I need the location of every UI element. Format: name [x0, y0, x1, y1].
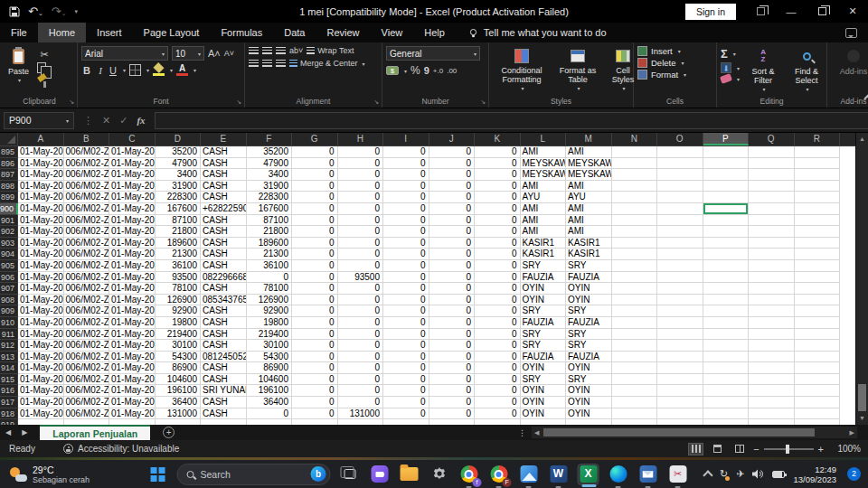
- undo-dropdown-icon[interactable]: ⌄: [38, 10, 43, 16]
- cell-C918[interactable]: 01-May-20: [109, 408, 156, 420]
- tab-bar-splitter-icon[interactable]: ⋮: [513, 428, 532, 437]
- cell-A917[interactable]: 01-May-20: [18, 397, 64, 408]
- menu-tab-view[interactable]: View: [371, 23, 414, 42]
- comma-style-icon[interactable]: 9: [424, 65, 429, 76]
- cell-I896[interactable]: 0: [383, 158, 429, 170]
- format-cells-button[interactable]: Format: [651, 70, 678, 80]
- notification-badge[interactable]: 2: [847, 467, 861, 481]
- cell-J901[interactable]: 0: [429, 215, 476, 227]
- cell-O901[interactable]: [657, 215, 703, 227]
- cell-L908[interactable]: OYIN: [521, 295, 567, 306]
- cell-Q900[interactable]: [749, 203, 795, 215]
- scroll-up-icon[interactable]: ▲: [856, 133, 868, 145]
- cell-N901[interactable]: [612, 215, 658, 227]
- cell-O912[interactable]: [657, 340, 703, 352]
- cell-O914[interactable]: [657, 362, 703, 374]
- cell-I899[interactable]: 0: [383, 192, 429, 203]
- cell-J911[interactable]: 0: [429, 329, 476, 341]
- cell-H904[interactable]: 0: [338, 249, 384, 260]
- cell-L900[interactable]: AMI: [521, 203, 567, 215]
- cell-A899[interactable]: 01-May-20: [18, 192, 64, 203]
- cell-D901[interactable]: 87100: [156, 215, 202, 227]
- cell-C901[interactable]: 01-May-20: [109, 215, 156, 227]
- select-all-corner[interactable]: [0, 133, 18, 145]
- cell-N914[interactable]: [612, 362, 658, 374]
- row-header-902[interactable]: 902: [0, 226, 18, 238]
- cell-J896[interactable]: 0: [429, 158, 476, 170]
- cell-N912[interactable]: [612, 340, 658, 352]
- cell-K898[interactable]: 0: [475, 181, 521, 192]
- page-break-preview-button[interactable]: [731, 443, 747, 455]
- cell-G897[interactable]: 0: [292, 169, 338, 181]
- cell-J898[interactable]: 0: [429, 181, 476, 192]
- cell-C903[interactable]: 01-May-20: [109, 238, 156, 249]
- cell-L915[interactable]: SRY: [521, 374, 567, 386]
- snipping-tool-button[interactable]: ✂: [667, 464, 689, 485]
- cell-F902[interactable]: 21800: [247, 226, 293, 238]
- cell-Q896[interactable]: [749, 158, 795, 170]
- cell-M900[interactable]: AMI: [566, 203, 612, 215]
- insert-cells-button[interactable]: Insert: [651, 46, 673, 56]
- cell-H910[interactable]: 0: [338, 317, 384, 329]
- cell-M909[interactable]: SRY: [566, 305, 612, 317]
- cell-E904[interactable]: CASH: [201, 249, 247, 260]
- cell-K901[interactable]: 0: [475, 215, 521, 227]
- cell-H898[interactable]: 0: [338, 181, 384, 192]
- cell-G917[interactable]: 0: [292, 397, 338, 408]
- cell-P917[interactable]: [703, 397, 750, 408]
- vertical-scroll-thumb[interactable]: [858, 384, 866, 411]
- cell-F898[interactable]: 31900: [247, 181, 293, 192]
- cell-K905[interactable]: 0: [475, 260, 521, 272]
- zoom-slider-thumb[interactable]: [786, 445, 789, 454]
- cell-K907[interactable]: 0: [475, 283, 521, 295]
- cell-H899[interactable]: 0: [338, 192, 384, 203]
- cell-L902[interactable]: AMI: [521, 226, 567, 238]
- cell-C906[interactable]: 01-May-20: [109, 272, 156, 284]
- cell-H897[interactable]: 0: [338, 169, 384, 181]
- cell-R911[interactable]: [795, 329, 841, 341]
- cell-G900[interactable]: 0: [292, 203, 338, 215]
- menu-tab-formulas[interactable]: Formulas: [210, 23, 273, 42]
- cell-R914[interactable]: [795, 362, 841, 374]
- cell-B898[interactable]: 006/M02-Z: [64, 181, 110, 192]
- save-icon[interactable]: [9, 6, 20, 17]
- column-header-g[interactable]: G: [292, 133, 338, 145]
- chat-button[interactable]: [369, 464, 391, 485]
- cell-G899[interactable]: 0: [292, 192, 338, 203]
- cell-C900[interactable]: 01-May-20: [109, 203, 156, 215]
- cell-C896[interactable]: 01-May-20: [109, 158, 156, 170]
- column-header-k[interactable]: K: [475, 133, 521, 145]
- row-header-896[interactable]: 896: [0, 158, 18, 170]
- menu-tab-review[interactable]: Review: [316, 23, 370, 42]
- clipboard-dialog-launcher-icon[interactable]: ↘: [69, 99, 74, 106]
- cell-A913[interactable]: 01-May-20: [18, 352, 64, 363]
- cell-K906[interactable]: 0: [475, 272, 521, 284]
- cell-M916[interactable]: OYIN: [566, 385, 612, 397]
- cell-L896[interactable]: MEYSKAWATI: [521, 158, 567, 170]
- column-header-l[interactable]: L: [521, 133, 567, 145]
- cell-G910[interactable]: 0: [292, 317, 338, 329]
- menu-tab-help[interactable]: Help: [413, 23, 456, 42]
- cell-C914[interactable]: 01-May-20: [109, 362, 156, 374]
- cell-Q895[interactable]: [749, 146, 795, 158]
- row-header-897[interactable]: 897: [0, 169, 18, 181]
- cell-O899[interactable]: [657, 192, 703, 203]
- cell-P911[interactable]: [703, 329, 750, 341]
- cell-Q918[interactable]: [749, 408, 795, 420]
- cell-H918[interactable]: 131000: [338, 408, 384, 420]
- cell-Q915[interactable]: [749, 374, 795, 386]
- cell-K911[interactable]: 0: [475, 329, 521, 341]
- row-header-899[interactable]: 899: [0, 192, 18, 203]
- cell-F912[interactable]: 30100: [247, 340, 293, 352]
- fill-icon[interactable]: ⬇: [721, 62, 731, 73]
- cell-P900[interactable]: [703, 203, 750, 215]
- cell-C905[interactable]: 01-May-20: [109, 260, 156, 272]
- cell-F901[interactable]: 87100: [247, 215, 293, 227]
- cell-F907[interactable]: 78100: [247, 283, 293, 295]
- vertical-scrollbar[interactable]: ▲ ▼: [855, 133, 868, 425]
- bing-icon[interactable]: b: [311, 466, 326, 482]
- cell-G916[interactable]: 0: [292, 385, 338, 397]
- cell-I912[interactable]: 0: [383, 340, 429, 352]
- cell-K897[interactable]: 0: [475, 169, 521, 181]
- cell-B909[interactable]: 006/M02-Z: [64, 305, 110, 317]
